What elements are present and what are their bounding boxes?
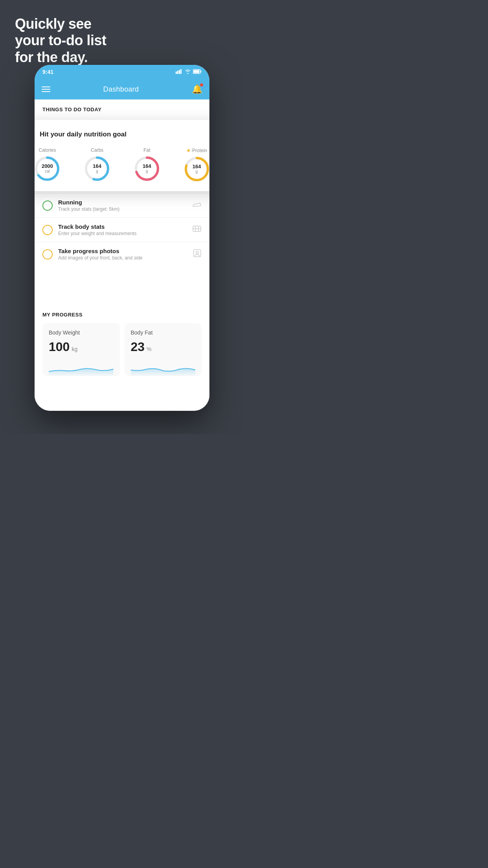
fat-unit: g (143, 169, 151, 174)
fat-value: 164 (143, 164, 151, 169)
calories-donut: 2000 cal (35, 155, 61, 182)
body-fat-value: 23 (131, 340, 145, 354)
status-time: 9:41 (42, 69, 53, 75)
protein-unit: g (193, 170, 201, 174)
body-fat-value-row: 23 % (131, 340, 196, 354)
protein-label: ★ Protein (186, 147, 207, 153)
menu-icon[interactable] (42, 86, 50, 92)
hero-line2: your to-do list (15, 32, 106, 49)
body-weight-unit: kg (72, 346, 77, 352)
calories-label: Calories (39, 147, 56, 153)
status-icons (176, 69, 202, 75)
battery-icon (193, 69, 202, 75)
todo-item-body-stats[interactable]: Track body stats Enter your weight and m… (35, 217, 209, 242)
nutrition-card-title: Hit your daily nutrition goal (40, 131, 127, 138)
protein-value: 164 (193, 164, 201, 169)
phone-shell: 9:41 Dashboard 🔔 THINGS TO DO TODAY (35, 65, 209, 411)
nutrition-row: Calories 2000 cal Carbs (35, 147, 209, 182)
nav-bar: Dashboard 🔔 (35, 79, 209, 99)
status-bar: 9:41 (35, 65, 209, 79)
fat-label: Fat (143, 147, 150, 153)
body-fat-title: Body Fat (131, 329, 196, 336)
nutrition-fat: Fat 164 g (134, 147, 160, 182)
calories-value: 2000 (42, 164, 53, 169)
protein-donut: 164 g (183, 156, 209, 182)
carbs-donut: 164 g (84, 155, 110, 182)
svg-rect-2 (179, 70, 180, 74)
nutrition-card: Hit your daily nutrition goal Calories 2… (35, 120, 209, 191)
todo-list: Running Track your stats (target: 5km) T… (35, 193, 209, 266)
body-fat-unit: % (147, 346, 151, 352)
body-fat-chart (131, 360, 196, 376)
bell-icon[interactable]: 🔔 (192, 84, 202, 94)
todo-circle-body-stats (42, 225, 53, 235)
todo-sub-running: Track your stats (target: 5km) (58, 206, 187, 212)
todo-sub-photos: Add images of your front, back, and side (58, 255, 187, 261)
body-weight-value-row: 100 kg (49, 340, 114, 354)
todo-sub-body-stats: Enter your weight and measurements (58, 231, 187, 236)
nutrition-carbs: Carbs 164 g (84, 147, 110, 182)
svg-rect-6 (194, 70, 200, 73)
todo-title-running: Running (58, 199, 187, 206)
body-weight-card: Body Weight 100 kg (42, 323, 120, 376)
todo-text-running: Running Track your stats (target: 5km) (58, 199, 187, 212)
body-weight-title: Body Weight (49, 329, 114, 336)
todo-text-photos: Take progress photos Add images of your … (58, 248, 187, 261)
bell-notification-dot (200, 83, 203, 86)
todo-circle-running (42, 200, 53, 211)
shoe-icon (192, 201, 202, 210)
hero-line3: for the day. (15, 49, 106, 66)
section-header-today: THINGS TO DO TODAY (35, 99, 209, 116)
svg-rect-19 (194, 250, 201, 257)
person-icon (193, 249, 202, 259)
svg-point-20 (196, 251, 198, 254)
svg-rect-5 (201, 71, 202, 72)
todo-item-running[interactable]: Running Track your stats (target: 5km) (35, 193, 209, 217)
progress-cards: Body Weight 100 kg Body (42, 323, 202, 376)
todo-text-body-stats: Track body stats Enter your weight and m… (58, 223, 187, 236)
calories-unit: cal (42, 169, 53, 174)
svg-rect-1 (177, 71, 178, 74)
carbs-value: 164 (93, 164, 101, 169)
todo-title-photos: Take progress photos (58, 248, 187, 254)
todo-circle-photos (42, 249, 53, 259)
nav-title: Dashboard (103, 85, 139, 94)
svg-rect-0 (176, 72, 177, 74)
star-icon: ★ (186, 147, 191, 153)
content-area: THINGS TO DO TODAY Hit your daily nutrit… (35, 99, 209, 411)
hero-line1: Quickly see (15, 16, 106, 32)
body-weight-chart (49, 360, 114, 376)
todo-item-photos[interactable]: Take progress photos Add images of your … (35, 242, 209, 266)
body-fat-card: Body Fat 23 % (125, 323, 202, 376)
progress-header: MY PROGRESS (42, 312, 202, 318)
carbs-label: Carbs (91, 147, 103, 153)
signal-icon (176, 69, 183, 75)
fat-donut: 164 g (134, 155, 160, 182)
carbs-unit: g (93, 169, 101, 174)
scale-icon (192, 225, 202, 235)
body-weight-value: 100 (49, 340, 70, 354)
svg-rect-3 (180, 69, 182, 74)
todo-title-body-stats: Track body stats (58, 223, 187, 230)
nutrition-protein: ★ Protein 164 g (183, 147, 209, 182)
hero-text: Quickly see your to-do list for the day. (15, 16, 106, 66)
progress-section: MY PROGRESS Body Weight 100 kg (35, 312, 209, 376)
wifi-icon (185, 69, 191, 75)
nutrition-calories: Calories 2000 cal (35, 147, 61, 182)
